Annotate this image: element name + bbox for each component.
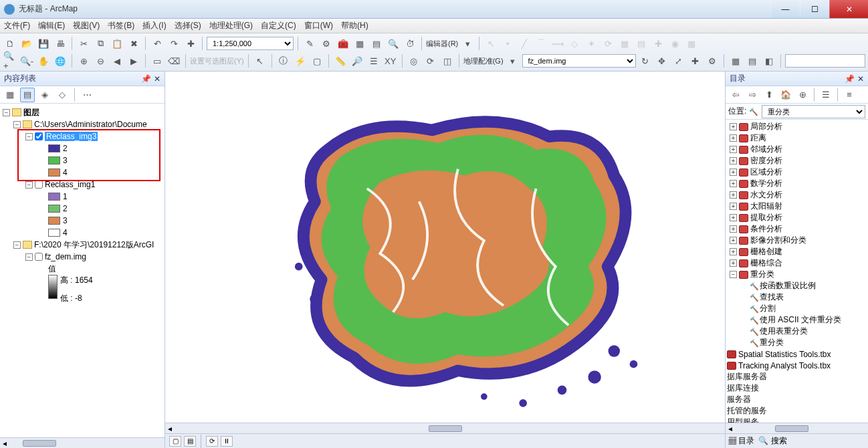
georef-reset-icon[interactable]: ◧ bbox=[762, 53, 776, 68]
catalog-item[interactable]: 🔨分割 bbox=[727, 303, 867, 314]
find-icon[interactable]: 🔎 bbox=[350, 53, 364, 68]
georef-table-icon[interactable]: ▦ bbox=[728, 53, 743, 68]
georef-auto-icon[interactable]: ⚙ bbox=[705, 53, 720, 68]
pause-icon[interactable]: ◫ bbox=[440, 53, 455, 68]
save-icon[interactable]: 💾 bbox=[36, 36, 51, 51]
catalog-item[interactable]: Spatial Statistics Tools.tbx bbox=[727, 348, 867, 360]
menu-bookmarks[interactable]: 书签(B) bbox=[108, 20, 134, 31]
full-extent-icon[interactable]: 🌐 bbox=[53, 53, 68, 68]
pin-icon[interactable]: 📌 bbox=[845, 74, 855, 84]
print-icon[interactable]: 🖶 bbox=[53, 36, 68, 51]
home-icon[interactable]: 🏠 bbox=[778, 88, 793, 102]
catalog-hscroll[interactable]: ◂ bbox=[726, 423, 868, 433]
editor-menu[interactable]: 编辑器(R) bbox=[426, 39, 458, 49]
menu-file[interactable]: 文件(F) bbox=[4, 20, 30, 31]
panel-close-icon[interactable]: ✕ bbox=[857, 74, 864, 84]
menu-edit[interactable]: 编辑(E) bbox=[38, 20, 65, 31]
select-features-icon[interactable]: ▭ bbox=[150, 53, 165, 68]
goto-xy-icon[interactable]: XY bbox=[383, 53, 398, 68]
catalog-item[interactable]: 服务器 bbox=[727, 394, 867, 405]
catalog-item[interactable]: −重分类 bbox=[727, 269, 867, 280]
panel-close-icon[interactable]: ✕ bbox=[154, 74, 160, 84]
menu-window[interactable]: 窗口(W) bbox=[304, 20, 333, 31]
redo-icon[interactable]: ↷ bbox=[167, 36, 181, 51]
catalog-item[interactable]: +条件分析 bbox=[727, 223, 867, 235]
layer-dem[interactable]: fz_dem.img bbox=[45, 252, 86, 261]
close-button[interactable]: ✕ bbox=[829, 0, 868, 18]
layer-img1-checkbox[interactable] bbox=[35, 181, 43, 189]
georef-menu[interactable]: 地理配准(G) bbox=[463, 56, 504, 66]
delete-icon[interactable]: ✖ bbox=[126, 36, 141, 51]
layer-img3-checkbox[interactable] bbox=[35, 132, 43, 140]
hyperlink-icon[interactable]: ⚡ bbox=[293, 53, 308, 68]
list-by-selection-icon[interactable]: ◇ bbox=[55, 88, 70, 102]
georef-dropdown-icon[interactable]: ▾ bbox=[506, 53, 520, 68]
maximize-button[interactable]: ☐ bbox=[800, 0, 829, 18]
paste-icon[interactable]: 📋 bbox=[110, 36, 124, 51]
cut-icon[interactable]: ✂ bbox=[76, 36, 91, 51]
catalog-item[interactable]: 🔨使用 ASCII 文件重分类 bbox=[727, 314, 867, 326]
pause-draw-icon[interactable]: ⏸ bbox=[221, 436, 233, 447]
catalog-item[interactable]: +局部分析 bbox=[727, 121, 867, 132]
catalog-item[interactable]: 🔨重分类 bbox=[727, 337, 867, 348]
zoom-out-icon[interactable]: 🔍- bbox=[19, 53, 34, 68]
catalog-item[interactable]: Tracking Analyst Tools.tbx bbox=[727, 360, 867, 371]
layer-dem-checkbox[interactable] bbox=[35, 253, 43, 261]
toggle-icon[interactable]: ☰ bbox=[819, 88, 833, 102]
georef-delete-icon[interactable]: ▤ bbox=[745, 53, 760, 68]
catalog-tab[interactable]: ▦ 目录 bbox=[728, 435, 754, 447]
catalog-item[interactable]: 据库连接 bbox=[727, 382, 867, 394]
connect-icon[interactable]: ⊕ bbox=[795, 88, 810, 102]
refresh-icon[interactable]: ⟳ bbox=[423, 53, 438, 68]
menu-help[interactable]: 帮助(H) bbox=[341, 20, 368, 31]
group-users[interactable]: C:\Users\Administrator\Docume bbox=[34, 120, 147, 129]
open-icon[interactable]: 📂 bbox=[19, 36, 34, 51]
refresh-view-icon[interactable]: ⟳ bbox=[206, 436, 218, 447]
location-select[interactable]: 重分类 bbox=[762, 105, 865, 118]
add-data-icon[interactable]: ✚ bbox=[183, 36, 198, 51]
menu-geoprocessing[interactable]: 地理处理(G) bbox=[209, 20, 253, 31]
georef-rotate-icon[interactable]: ↻ bbox=[638, 53, 653, 68]
catalog-item[interactable]: 🔨按函数重设比例 bbox=[727, 280, 867, 292]
menu-view[interactable]: 视图(V) bbox=[73, 20, 100, 31]
catalog-item[interactable]: 据库服务器 bbox=[727, 371, 867, 382]
toc-options-icon[interactable]: ⋯ bbox=[80, 88, 94, 102]
scale-select[interactable]: 1:1,250,000 bbox=[207, 37, 294, 50]
search-icon[interactable]: 🔍 bbox=[386, 36, 401, 51]
list-by-drawing-icon[interactable]: ▦ bbox=[3, 88, 17, 102]
catalog-item[interactable]: 🔨查找表 bbox=[727, 292, 867, 303]
toolbox-icon[interactable]: 🧰 bbox=[336, 36, 350, 51]
find-route-icon[interactable]: ☰ bbox=[366, 53, 381, 68]
html-popup-icon[interactable]: ▢ bbox=[310, 53, 324, 68]
group-f2020[interactable]: F:\2020 年学习\20191212版ArcGI bbox=[34, 239, 154, 251]
measure-icon[interactable]: 📏 bbox=[333, 53, 348, 68]
catalog-item[interactable]: 🔨使用表重分类 bbox=[727, 326, 867, 337]
select-element-icon[interactable]: ↖ bbox=[253, 53, 267, 68]
editor-dropdown-icon[interactable]: ▾ bbox=[460, 36, 475, 51]
menu-insert[interactable]: 插入(I) bbox=[142, 20, 166, 31]
map-canvas[interactable] bbox=[165, 72, 725, 423]
map-hscroll[interactable]: ◂ bbox=[165, 423, 725, 433]
catalog-item[interactable]: +提取分析 bbox=[727, 212, 867, 223]
back-icon[interactable]: ⇦ bbox=[728, 88, 743, 102]
catalog-item[interactable]: +影像分割和分类 bbox=[727, 235, 867, 246]
address-input[interactable] bbox=[785, 54, 865, 68]
next-extent-icon[interactable]: ▶ bbox=[126, 53, 141, 68]
catalog-tree[interactable]: +局部分析+距离+邻域分析+密度分析+区域分析+数学分析+水文分析+太阳辐射+提… bbox=[726, 120, 868, 423]
toc-tree[interactable]: −图层 −C:\Users\Administrator\Docume −Recl… bbox=[0, 104, 165, 437]
toc-hscroll[interactable]: ◂ bbox=[0, 437, 165, 448]
list-by-source-icon[interactable]: ▤ bbox=[20, 88, 35, 102]
up-icon[interactable]: ⬆ bbox=[762, 88, 776, 102]
clear-selection-icon[interactable]: ⌫ bbox=[167, 53, 181, 68]
editor-toolbar-icon[interactable]: ✎ bbox=[302, 36, 317, 51]
catalog-item[interactable]: +密度分析 bbox=[727, 155, 867, 166]
catalog-item[interactable]: 用型服务 bbox=[727, 417, 867, 423]
catalog-item[interactable]: +水文分析 bbox=[727, 189, 867, 201]
new-icon[interactable]: 🗋 bbox=[3, 36, 17, 51]
data-view-tab[interactable]: ▢ bbox=[169, 436, 181, 447]
fixed-zoom-in-icon[interactable]: ⊕ bbox=[76, 53, 91, 68]
pan-icon[interactable]: ✋ bbox=[36, 53, 51, 68]
model-builder-icon[interactable]: ⚙ bbox=[319, 36, 334, 51]
layer-img1[interactable]: Reclass_img1 bbox=[45, 180, 95, 189]
layer-img3[interactable]: Reclass_img3 bbox=[45, 132, 98, 141]
